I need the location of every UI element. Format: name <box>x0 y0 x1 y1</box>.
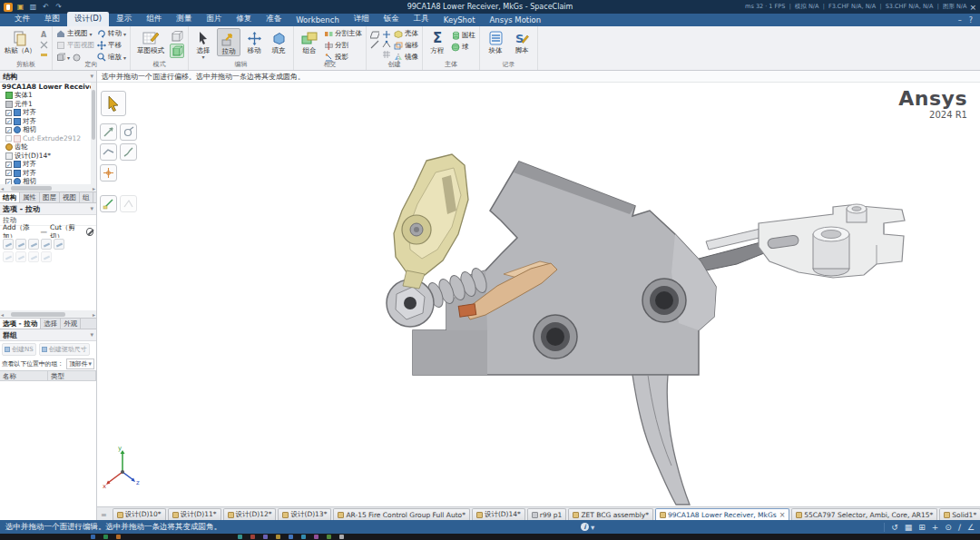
doc-tab[interactable]: 55CA797 Selector, Ambi, Core, AR15* <box>791 508 937 520</box>
doc-tab[interactable]: 设计(D)14* <box>472 508 525 520</box>
origin-icon[interactable] <box>382 30 391 39</box>
doc-tab[interactable]: 设计(D)10* <box>113 508 166 520</box>
doc-tab[interactable]: ZET BCG assembly* <box>568 508 653 520</box>
zoom-icon[interactable] <box>945 523 952 532</box>
panel-tab-layers[interactable]: 图层 <box>40 192 60 202</box>
home-view-button[interactable]: 主视图 <box>56 28 94 39</box>
doc-tab[interactable]: Solid1* <box>939 508 980 520</box>
tab-tools[interactable]: 工具 <box>407 12 436 26</box>
scope-dropdown[interactable]: 顶部件 <box>66 358 94 369</box>
tab-prepare[interactable]: 准备 <box>259 12 289 26</box>
panel-tab-options-pull[interactable]: 选项 - 拉动 <box>0 319 41 329</box>
tab-file[interactable]: 文件 <box>7 12 37 26</box>
tab-list-icon[interactable] <box>99 511 109 520</box>
doc-tab[interactable]: AR-15 Fire Control Group Full Auto* <box>333 508 470 520</box>
solid-mode-icon[interactable] <box>170 44 184 58</box>
measure-tool-button[interactable] <box>100 195 117 212</box>
create-ns-button[interactable]: 创建NS <box>2 343 36 356</box>
model-canvas[interactable]: 选中并拖动一个面进行偏移。选中并拖动一条边将其变成圆角。 Ansys 2024 … <box>97 71 980 506</box>
tab-repair[interactable]: 修复 <box>229 12 259 26</box>
pull-option-icon[interactable] <box>15 239 26 250</box>
panel-tab-views[interactable]: 视图 <box>60 192 80 202</box>
open-file-icon[interactable]: ▣ <box>15 3 25 12</box>
checkbox[interactable] <box>5 127 12 133</box>
help-icon[interactable] <box>969 16 973 25</box>
3d-mode-icon[interactable] <box>170 29 184 43</box>
pull-option-icon[interactable] <box>3 239 14 250</box>
tab-sheetmetal[interactable]: 钣金 <box>377 12 407 26</box>
pull-option-icon[interactable] <box>54 239 64 250</box>
tree-node-design[interactable]: 设计(D)14* <box>0 152 96 161</box>
tab-ansys-motion[interactable]: Ansys Motion <box>483 14 549 26</box>
tree-vertical-scrollbar[interactable] <box>91 83 96 184</box>
tree-node-align[interactable]: 对齐 <box>0 109 96 118</box>
panel-tab-properties[interactable]: 属性 <box>20 192 40 202</box>
panel-tab-appearance[interactable]: 外观 <box>61 319 81 329</box>
brush-tool-icon[interactable] <box>39 50 48 59</box>
pull-option-icon[interactable] <box>41 251 52 262</box>
tab-design[interactable]: 设计(D) <box>67 12 109 26</box>
plan-view-button[interactable]: 平面视图 <box>56 40 94 51</box>
panel-pin-icon[interactable] <box>90 73 93 80</box>
column-type[interactable]: 类型 <box>48 371 96 380</box>
select-tool-button[interactable] <box>101 91 126 116</box>
tree-horizontal-scrollbar[interactable] <box>0 184 96 191</box>
box-select-icon[interactable] <box>905 523 913 532</box>
doc-tab[interactable]: 设计(D)12* <box>223 508 277 520</box>
axis-icon[interactable] <box>370 40 379 49</box>
tab-workbench[interactable]: Workbench <box>289 14 347 26</box>
tree-node-tangent[interactable]: 相切 <box>0 178 96 185</box>
equation-button[interactable]: Σ 方程 <box>426 28 448 54</box>
sphere-button[interactable]: 球 <box>451 42 475 53</box>
chamfer-tool-button[interactable] <box>100 143 117 161</box>
split-body-button[interactable]: 分割主体 <box>324 28 362 39</box>
tree-node-gear[interactable]: 齿轮 <box>0 143 96 152</box>
ribbon-minimize-icon[interactable] <box>958 16 962 25</box>
tab-measure[interactable]: 测量 <box>169 12 199 26</box>
paste-button[interactable]: 粘贴（A） <box>4 28 36 54</box>
tab-keyshot[interactable]: KeyShot <box>436 14 483 26</box>
taskbar-app-icon[interactable] <box>327 535 331 539</box>
pull-edge-tool-button[interactable] <box>100 123 117 141</box>
cylinder-button[interactable]: 圆柱 <box>451 30 475 41</box>
column-name[interactable]: 名称 <box>0 371 48 380</box>
grid-icon[interactable] <box>382 50 391 59</box>
script-button[interactable]: S 脚本 <box>510 28 534 54</box>
doc-tab[interactable]: 设计(D)11* <box>168 508 221 520</box>
pan-button[interactable]: 平移 <box>97 40 126 51</box>
taskbar-app-icon[interactable] <box>263 535 268 539</box>
orientation-triad[interactable]: y x z <box>103 445 140 490</box>
save-icon[interactable]: ▥ <box>28 3 38 12</box>
tab-detail[interactable]: 详细 <box>347 12 377 26</box>
fillet-tool-button[interactable] <box>120 143 137 161</box>
checkbox[interactable] <box>5 118 12 124</box>
pull-button[interactable]: 拉动 <box>217 28 240 56</box>
doc-tab-active[interactable]: 99CA1A8 Lower Receiver, MkGs <box>655 508 789 520</box>
measure-icon[interactable] <box>967 523 975 532</box>
pull-loop-tool-button[interactable] <box>120 123 137 141</box>
plane-icon[interactable] <box>370 30 379 39</box>
tab-assembly[interactable]: 组件 <box>139 12 169 26</box>
grid-icon[interactable] <box>918 523 926 532</box>
taskbar-app-icon[interactable] <box>91 535 95 539</box>
blocks-button[interactable]: 块体 <box>484 28 507 54</box>
tab-display[interactable]: 显示 <box>109 12 139 26</box>
cut-tool-icon[interactable] <box>39 40 48 49</box>
fill-button[interactable]: 填充 <box>268 28 289 54</box>
shell-button[interactable]: 壳体 <box>394 28 418 39</box>
tree-node-cut-extrude[interactable]: Cut-Extrude2912 <box>0 134 96 143</box>
taskbar-app-icon[interactable] <box>301 535 306 539</box>
dimension-tool-button[interactable] <box>100 164 117 182</box>
close-tab-icon[interactable] <box>779 511 786 519</box>
model-3d-view[interactable]: y x z <box>97 71 980 506</box>
checkbox[interactable] <box>5 179 12 184</box>
taskbar-app-icon[interactable] <box>238 535 242 539</box>
pull-option-icon[interactable] <box>3 251 14 262</box>
tree-node-component[interactable]: 元件1 <box>0 100 96 109</box>
font-tool-icon[interactable]: A <box>39 30 48 39</box>
panel-tab-selection[interactable]: 选择 <box>41 319 61 329</box>
markup-icon[interactable] <box>958 523 961 532</box>
panel-tab-groups[interactable]: 组 <box>80 192 93 202</box>
tab-facets[interactable]: 面片 <box>199 12 229 26</box>
taskbar-app-icon[interactable] <box>103 535 108 539</box>
